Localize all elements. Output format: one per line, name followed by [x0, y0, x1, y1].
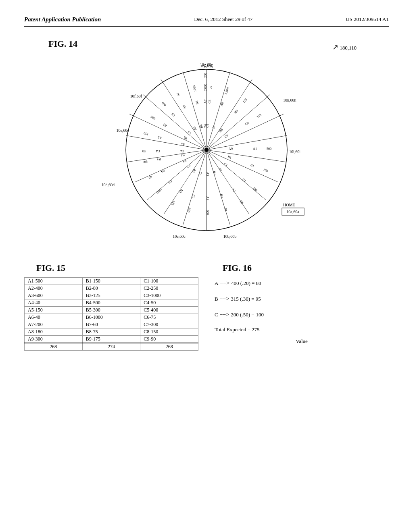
- svg-text:10d,60d: 10d,60d: [102, 183, 115, 187]
- table-cell: C6-75: [140, 314, 198, 321]
- svg-line-7: [206, 135, 287, 150]
- svg-text:7,000: 7,000: [204, 84, 207, 91]
- fig16-total-text: Total Expected = 275: [215, 326, 259, 332]
- svg-text:C6: C6: [208, 100, 212, 104]
- svg-text:175: 175: [242, 98, 248, 104]
- fig15-table: A1-500B1-150C1-100A2-400B2-80C2-250A3-60…: [24, 277, 198, 351]
- svg-text:A3: A3: [206, 196, 209, 200]
- table-row: A1-500B1-150C1-100: [25, 278, 198, 285]
- table-row: A6-40B6-1000C6-75: [25, 314, 198, 321]
- bottom-section: FIG. 15 A1-500B1-150C1-100A2-400B2-80C2-…: [24, 263, 389, 351]
- svg-text:B4: B4: [181, 153, 185, 157]
- fig16-expr-a: 400 (.20) = 80: [231, 278, 261, 289]
- svg-text:75: 75: [209, 86, 213, 89]
- table-cell: B2-80: [82, 285, 140, 292]
- table-cell: C5-400: [140, 307, 198, 314]
- table-row: A3-600B3-125C3-1000: [25, 292, 198, 299]
- table-row: A8-180B8-75C8-150: [25, 328, 198, 336]
- svg-text:400: 400: [161, 101, 167, 107]
- table-cell: A5-150: [25, 307, 83, 314]
- fig16-letter-b: B: [215, 293, 218, 305]
- table-cell: B1-150: [82, 278, 140, 285]
- table-cell: A7-200: [25, 321, 83, 328]
- table-cell: C1-100: [140, 278, 198, 285]
- svg-text:A1: A1: [253, 147, 257, 151]
- svg-text:10g,60g: 10g,60g: [200, 62, 213, 67]
- fig16-value-label: Value: [215, 336, 389, 347]
- svg-text:A4: A4: [161, 169, 166, 174]
- header-center-label: Dec. 6, 2012 Sheet 29 of 47: [194, 16, 252, 23]
- fig14-section: FIG. 14 ↗ 180,110: [24, 39, 389, 247]
- svg-text:8,000: 8,000: [224, 87, 230, 95]
- page: Patent Application Publication Dec. 6, 2…: [0, 0, 413, 532]
- svg-text:B3: B3: [178, 189, 184, 194]
- svg-text:10c,60c: 10c,60c: [173, 234, 186, 239]
- svg-text:A5: A5: [181, 142, 186, 146]
- svg-line-5: [206, 94, 270, 150]
- svg-text:10a,60a: 10a,60a: [286, 210, 299, 214]
- svg-line-10: [206, 150, 266, 200]
- svg-text:B1: B1: [250, 163, 255, 168]
- fig15-label: FIG. 15: [36, 263, 198, 273]
- table-cell: A4-40: [25, 299, 83, 307]
- svg-text:B5: B5: [163, 123, 168, 128]
- fig16-total: Total Expected = 275: [215, 324, 389, 336]
- svg-text:A8: A8: [220, 102, 225, 106]
- svg-text:C4: C4: [180, 149, 184, 153]
- svg-text:1000: 1000: [192, 85, 197, 92]
- svg-text:40: 40: [148, 175, 152, 180]
- table-cell: C7-300: [140, 321, 198, 328]
- svg-text:C9: C9: [224, 134, 229, 139]
- svg-text:C2: C2: [191, 194, 196, 199]
- svg-text:A3: A3: [206, 172, 209, 176]
- svg-text:C8: C8: [244, 121, 250, 126]
- table-row: A4-40B4-500C4-50: [25, 299, 198, 307]
- table-cell: A1-500: [25, 278, 83, 285]
- fig16-arrow-a: −−>: [220, 277, 229, 290]
- svg-text:C5: C5: [187, 130, 192, 135]
- fig16-line-c: C −−> 200 (.50) = 100: [215, 309, 389, 321]
- svg-text:100: 100: [252, 186, 258, 192]
- table-cell: B7-60: [82, 321, 140, 328]
- fig16-letter-a: A: [215, 278, 218, 289]
- svg-text:1000: 1000: [156, 187, 163, 194]
- svg-text:C1: C1: [223, 162, 228, 167]
- header-left-label: Patent Application Publication: [24, 16, 101, 23]
- table-cell: C4-50: [140, 299, 198, 307]
- fig16-label: FIG. 16: [223, 263, 389, 273]
- table-row: A9-300B9-175C9-90: [25, 336, 198, 343]
- fig16-expr-b: 315 (.30) = 95: [231, 293, 261, 305]
- fig16-line-b: B −−> 315 (.30) = 95: [215, 293, 389, 305]
- table-total-cell: 268: [140, 343, 198, 351]
- svg-text:A6: A6: [182, 104, 187, 110]
- svg-text:B9: B9: [234, 109, 239, 114]
- svg-text:B8: B8: [218, 128, 223, 133]
- svg-text:500: 500: [142, 160, 148, 164]
- svg-line-12: [206, 150, 230, 224]
- table-cell: A6-40: [25, 314, 83, 321]
- svg-line-18: [127, 150, 206, 162]
- svg-text:C3: C3: [167, 179, 173, 185]
- svg-text:C3: C3: [186, 164, 191, 169]
- svg-text:10i,60i: 10i,60i: [289, 150, 300, 154]
- svg-text:150: 150: [256, 113, 262, 119]
- table-row: A2-400B2-80C2-250: [25, 285, 198, 292]
- svg-text:A5: A5: [157, 135, 162, 140]
- svg-text:200: 200: [204, 73, 207, 78]
- table-cell: B8-75: [82, 328, 140, 336]
- table-row: A5-150B5-300C5-400: [25, 307, 198, 314]
- table-total-cell: 268: [25, 343, 83, 351]
- table-cell: A3-600: [25, 292, 83, 299]
- svg-text:150: 150: [143, 131, 149, 136]
- svg-text:10e,60e: 10e,60e: [117, 128, 129, 133]
- svg-text:B2: B2: [219, 193, 224, 198]
- svg-text:250: 250: [187, 207, 192, 213]
- svg-text:600: 600: [206, 210, 209, 215]
- fig15-container: FIG. 15 A1-500B1-150C1-100A2-400B2-80C2-…: [24, 263, 198, 351]
- fig16-line-a: A −−> 400 (.20) = 80: [215, 277, 389, 290]
- fig16-expr-c: 200 (.50) =: [231, 309, 254, 321]
- table-total-row: 268274268: [25, 343, 198, 351]
- svg-text:C6: C6: [206, 124, 210, 128]
- svg-line-16: [147, 150, 206, 200]
- svg-text:A6: A6: [192, 126, 197, 131]
